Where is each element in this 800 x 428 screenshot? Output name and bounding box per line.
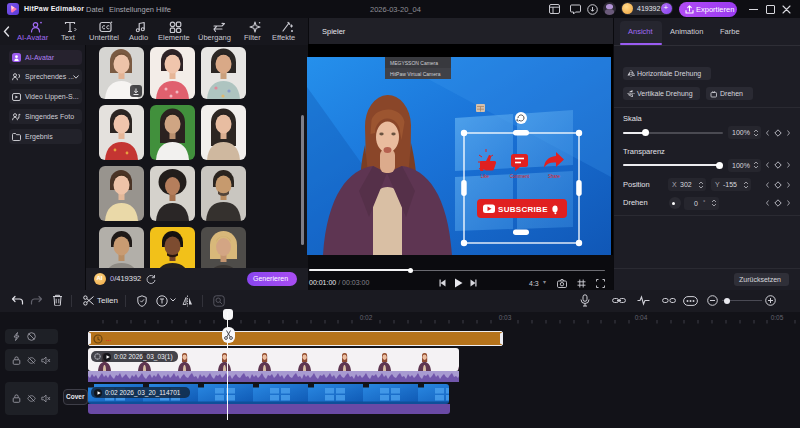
svg-text:Comment: Comment xyxy=(510,174,530,179)
svg-text:SUBSCRIBE: SUBSCRIBE xyxy=(498,205,548,214)
svg-text:Like: Like xyxy=(481,174,490,179)
svg-text:Share: Share xyxy=(548,174,561,179)
